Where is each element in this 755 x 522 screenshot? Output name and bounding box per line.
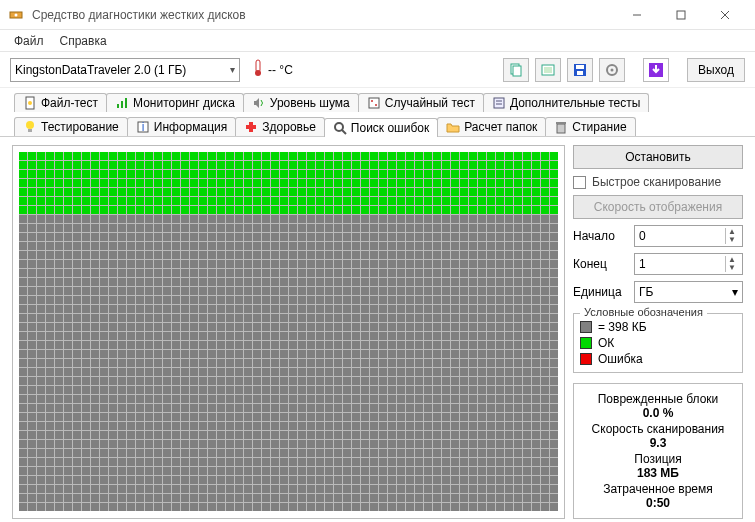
spin-buttons[interactable]: ▲▼ <box>725 228 738 244</box>
grid-cell <box>244 296 252 304</box>
grid-cell <box>370 215 378 223</box>
grid-cell <box>289 386 297 394</box>
grid-cell <box>253 449 261 457</box>
grid-cell <box>352 422 360 430</box>
grid-cell <box>64 368 72 376</box>
tab-health[interactable]: Здоровье <box>235 117 325 136</box>
grid-cell <box>541 251 549 259</box>
grid-cell <box>19 368 27 376</box>
grid-cell <box>181 197 189 205</box>
grid-cell <box>469 503 477 511</box>
grid-cell <box>163 170 171 178</box>
grid-cell <box>532 413 540 421</box>
grid-cell <box>352 332 360 340</box>
download-button[interactable] <box>643 58 669 82</box>
svg-point-29 <box>26 121 34 129</box>
grid-cell <box>154 251 162 259</box>
grid-cell <box>64 260 72 268</box>
grid-cell <box>478 161 486 169</box>
grid-cell <box>289 287 297 295</box>
grid-cell <box>451 368 459 376</box>
grid-cell <box>289 377 297 385</box>
grid-cell <box>73 395 81 403</box>
grid-cell <box>550 413 558 421</box>
grid-cell <box>154 332 162 340</box>
grid-cell <box>343 251 351 259</box>
copy-button[interactable] <box>503 58 529 82</box>
grid-cell <box>163 188 171 196</box>
end-input[interactable]: 1 ▲▼ <box>634 253 743 275</box>
grid-cell <box>541 359 549 367</box>
tab-info[interactable]: iИнформация <box>127 117 236 136</box>
grid-cell <box>19 341 27 349</box>
tab-errors[interactable]: Поиск ошибок <box>324 118 438 137</box>
tab-extra[interactable]: Дополнительные тесты <box>483 93 649 112</box>
tab-folders[interactable]: Расчет папок <box>437 117 546 136</box>
screenshot-button[interactable] <box>535 58 561 82</box>
grid-cell <box>109 449 117 457</box>
grid-cell <box>307 485 315 493</box>
tab-erase[interactable]: Стирание <box>545 117 635 136</box>
menu-file[interactable]: Файл <box>6 32 52 50</box>
tab-disk-monitor[interactable]: Мониторинг диска <box>106 93 244 112</box>
grid-cell <box>442 503 450 511</box>
grid-cell <box>442 278 450 286</box>
grid-cell <box>28 413 36 421</box>
grid-cell <box>478 152 486 160</box>
grid-cell <box>496 494 504 502</box>
spin-buttons[interactable]: ▲▼ <box>725 256 738 272</box>
tab-testing[interactable]: Тестирование <box>14 117 128 136</box>
grid-cell <box>523 377 531 385</box>
tab-file-test[interactable]: Файл-тест <box>14 93 107 112</box>
legend-title: Условные обозначения <box>580 306 707 318</box>
grid-cell <box>253 179 261 187</box>
grid-cell <box>487 413 495 421</box>
position-value: 183 МБ <box>580 466 736 480</box>
grid-cell <box>370 395 378 403</box>
tab-noise[interactable]: Уровень шума <box>243 93 359 112</box>
fast-scan-checkbox[interactable]: Быстрое сканирование <box>573 175 743 189</box>
grid-cell <box>406 197 414 205</box>
save-button[interactable] <box>567 58 593 82</box>
grid-cell <box>163 503 171 511</box>
grid-cell <box>307 161 315 169</box>
minimize-button[interactable] <box>615 1 659 29</box>
grid-cell <box>550 404 558 412</box>
grid-cell <box>19 323 27 331</box>
start-input[interactable]: 0 ▲▼ <box>634 225 743 247</box>
grid-cell <box>199 368 207 376</box>
stop-button[interactable]: Остановить <box>573 145 743 169</box>
exit-button[interactable]: Выход <box>687 58 745 82</box>
grid-cell <box>496 431 504 439</box>
grid-cell <box>505 278 513 286</box>
grid-cell <box>460 278 468 286</box>
grid-cell <box>46 242 54 250</box>
unit-select[interactable]: ГБ ▾ <box>634 281 743 303</box>
maximize-button[interactable] <box>659 1 703 29</box>
grid-cell <box>253 485 261 493</box>
grid-cell <box>451 503 459 511</box>
grid-cell <box>424 503 432 511</box>
drive-select[interactable]: KingstonDataTraveler 2.0 (1 ГБ) ▾ <box>10 58 240 82</box>
grid-cell <box>316 287 324 295</box>
grid-cell <box>478 188 486 196</box>
grid-cell <box>523 332 531 340</box>
grid-cell <box>451 449 459 457</box>
grid-cell <box>181 503 189 511</box>
grid-cell <box>343 152 351 160</box>
grid-cell <box>154 287 162 295</box>
close-button[interactable] <box>703 1 747 29</box>
grid-cell <box>55 359 63 367</box>
grid-cell <box>181 251 189 259</box>
grid-cell <box>280 296 288 304</box>
grid-cell <box>253 413 261 421</box>
grid-cell <box>352 224 360 232</box>
grid-cell <box>19 494 27 502</box>
grid-cell <box>217 161 225 169</box>
grid-cell <box>541 341 549 349</box>
settings-button[interactable] <box>599 58 625 82</box>
grid-cell <box>145 467 153 475</box>
tab-random[interactable]: Случайный тест <box>358 93 484 112</box>
menu-help[interactable]: Справка <box>52 32 115 50</box>
grid-cell <box>181 359 189 367</box>
